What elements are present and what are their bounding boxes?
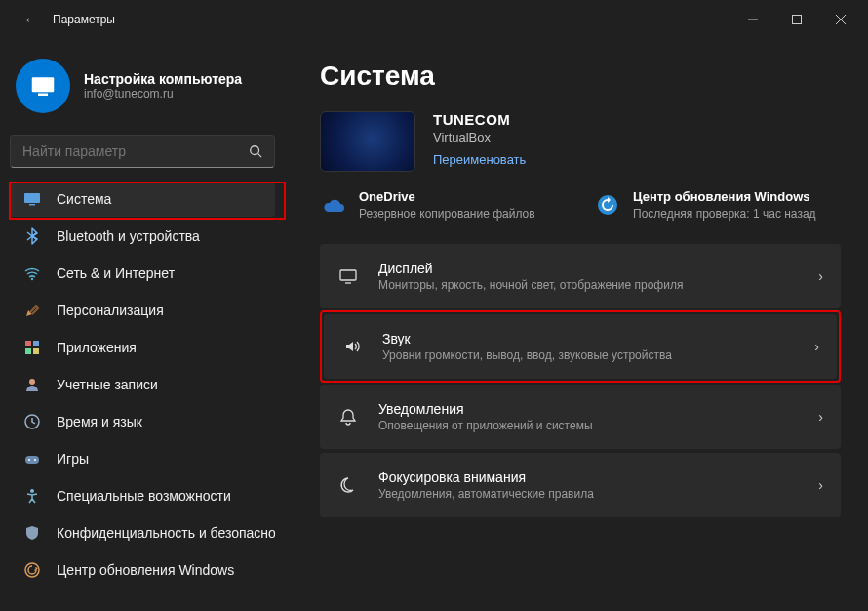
card-title: Дисплей (378, 261, 799, 276)
back-button[interactable]: ← (18, 10, 45, 30)
user-block[interactable]: Настройка компьютера info@tunecom.ru (10, 49, 275, 131)
sound-icon (341, 337, 363, 356)
card-focus[interactable]: Фокусировка вниманияУведомления, автомат… (320, 453, 841, 517)
svg-rect-5 (38, 94, 48, 97)
svg-rect-1 (792, 16, 801, 24)
update-status[interactable]: Центр обновления Windows Последняя прове… (594, 189, 841, 223)
nav-label: Конфиденциальность и безопасность (57, 525, 275, 541)
nav-item-privacy[interactable]: Конфиденциальность и безопасность (10, 515, 275, 550)
svg-point-20 (30, 489, 34, 493)
network-icon (23, 265, 41, 282)
chevron-right-icon: › (814, 339, 819, 354)
device-name: TUNECOM (433, 111, 526, 128)
search-box[interactable] (10, 135, 275, 168)
nav-label: Центр обновления Windows (57, 562, 234, 578)
nav-item-accessibility[interactable]: Специальные возможности (10, 478, 275, 513)
nav-list: СистемаBluetooth и устройстваСеть & и Ин… (10, 182, 275, 588)
time-icon (23, 413, 41, 430)
card-desc: Уведомления, автоматические правила (378, 487, 799, 501)
nav-item-personalization[interactable]: Персонализация (10, 293, 275, 328)
onedrive-status[interactable]: OneDrive Резервное копирование файлов (320, 189, 567, 223)
nav-label: Время и язык (57, 414, 142, 429)
user-name: Настройка компьютера (84, 71, 242, 87)
bluetooth-icon (23, 227, 41, 245)
nav-label: Сеть & и Интернет (57, 265, 175, 281)
svg-point-15 (29, 379, 35, 385)
gaming-icon (23, 450, 41, 468)
rename-link[interactable]: Переименовать (433, 152, 526, 167)
search-icon (249, 144, 262, 158)
update-icon (594, 191, 621, 219)
nav-item-apps[interactable]: Приложения (10, 330, 275, 365)
svg-rect-4 (32, 77, 55, 92)
card-display[interactable]: ДисплейМониторы, яркость, ночной свет, о… (320, 244, 841, 308)
maximize-button[interactable] (774, 4, 818, 35)
nav-item-bluetooth[interactable]: Bluetooth и устройства (10, 219, 275, 254)
page-heading: Система (320, 61, 841, 92)
nav-item-network[interactable]: Сеть & и Интернет (10, 256, 275, 291)
apps-icon (23, 339, 41, 356)
svg-rect-12 (33, 341, 39, 346)
accounts-icon (23, 376, 41, 393)
nav-label: Персонализация (57, 303, 164, 318)
svg-point-10 (31, 278, 33, 280)
nav-item-time[interactable]: Время и язык (10, 404, 275, 439)
nav-item-system[interactable]: Система (10, 182, 275, 217)
svg-point-21 (25, 563, 39, 577)
onedrive-title: OneDrive (359, 189, 535, 204)
window-title: Параметры (53, 13, 115, 26)
svg-rect-17 (25, 456, 39, 464)
settings-cards: ДисплейМониторы, яркость, ночной свет, о… (320, 244, 841, 517)
card-sound[interactable]: ЗвукУровни громкости, вывод, ввод, звуко… (324, 314, 837, 379)
svg-point-19 (34, 459, 36, 461)
card-title: Звук (382, 331, 795, 346)
card-notifications[interactable]: УведомленияОповещения от приложений и си… (320, 385, 841, 449)
user-email: info@tunecom.ru (84, 87, 242, 101)
card-title: Уведомления (378, 401, 799, 417)
svg-rect-14 (33, 348, 39, 354)
chevron-right-icon: › (818, 268, 823, 284)
update-icon (23, 561, 41, 579)
card-desc: Оповещения от приложений и системы (378, 419, 799, 432)
chevron-right-icon: › (818, 477, 823, 493)
nav-label: Игры (57, 451, 89, 467)
nav-label: Учетные записи (57, 377, 158, 392)
svg-line-7 (258, 154, 262, 158)
device-thumbnail (320, 111, 415, 172)
onedrive-desc: Резервное копирование файлов (359, 206, 535, 223)
nav-label: Bluetooth и устройства (57, 228, 200, 244)
chevron-right-icon: › (818, 409, 823, 425)
nav-item-accounts[interactable]: Учетные записи (10, 367, 275, 402)
accessibility-icon (23, 487, 41, 505)
svg-rect-11 (25, 341, 31, 346)
device-sub: VirtualBox (433, 130, 526, 144)
svg-rect-23 (340, 270, 356, 280)
nav-label: Специальные возможности (57, 488, 231, 504)
nav-item-gaming[interactable]: Игры (10, 441, 275, 476)
svg-rect-8 (24, 193, 40, 203)
privacy-icon (23, 524, 41, 542)
nav-item-update[interactable]: Центр обновления Windows (10, 552, 275, 588)
device-block: TUNECOM VirtualBox Переименовать (320, 111, 841, 172)
cloud-icon (320, 191, 347, 219)
svg-point-18 (28, 459, 30, 461)
avatar (16, 59, 70, 113)
svg-point-6 (251, 146, 259, 155)
focus-icon (337, 475, 359, 495)
nav-label: Приложения (57, 340, 137, 355)
system-icon (23, 190, 41, 208)
card-title: Фокусировка внимания (378, 469, 799, 485)
search-input[interactable] (22, 143, 249, 159)
card-desc: Уровни громкости, вывод, ввод, звуковые … (382, 348, 795, 362)
svg-rect-13 (25, 348, 31, 354)
close-button[interactable] (818, 4, 862, 35)
notifications-icon (337, 407, 359, 427)
highlight-sound: ЗвукУровни громкости, вывод, ввод, звуко… (320, 310, 841, 383)
minimize-button[interactable] (730, 4, 774, 35)
update-desc: Последняя проверка: 1 час назад (633, 206, 816, 223)
display-icon (337, 266, 359, 286)
personalization-icon (23, 302, 41, 319)
nav-label: Система (57, 191, 111, 207)
svg-rect-9 (29, 204, 35, 206)
card-desc: Мониторы, яркость, ночной свет, отображе… (378, 278, 799, 292)
